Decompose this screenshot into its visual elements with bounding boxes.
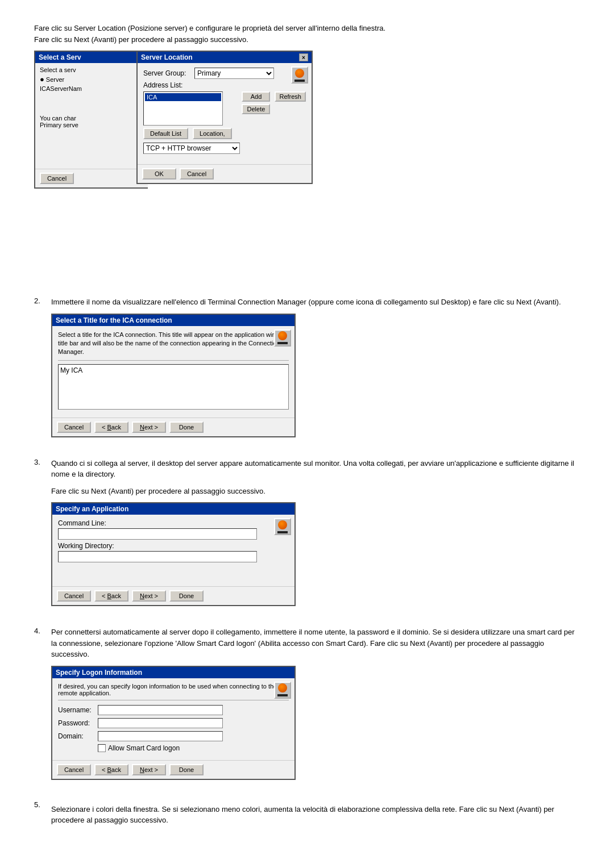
intro-paragraph: Fare clic su Server Location (Posizione … [34, 23, 580, 45]
address-listbox[interactable]: ICA [143, 91, 223, 126]
logon-back-btn[interactable]: < Back [94, 764, 128, 775]
logon-done-btn[interactable]: Done [169, 764, 204, 775]
delete-btn[interactable]: Delete [242, 104, 270, 114]
intro-line2: Fare clic su Next (Avanti) per procedere… [34, 35, 248, 44]
smartcard-row: Allow Smart Card logon [98, 744, 289, 752]
icon-bar-4 [277, 694, 288, 696]
server-group-row: Server Group: Primary [143, 68, 306, 79]
section-2-text: Immettere il nome da visualizzare nell'e… [51, 297, 580, 308]
protocol-select[interactable]: TCP + HTTP browser [143, 143, 240, 154]
app-back-btn[interactable]: < Back [94, 590, 128, 602]
app-back-label: < Back [102, 592, 121, 599]
working-dir-section: Working Directory: [58, 542, 289, 562]
app-done-btn[interactable]: Done [169, 590, 204, 602]
server-location-btn-row: OK Cancel [138, 164, 312, 183]
logon-description: If desired, you can specify logon inform… [58, 683, 289, 700]
specify-logon-titlebar: Specify Logon Information [52, 667, 294, 678]
section-5-text: Selezionare i colori della finestra. Se … [51, 804, 580, 826]
app-next-label: Next > [140, 592, 158, 599]
icon-bar-3 [277, 531, 288, 533]
ica-next-btn[interactable]: Next > [132, 422, 166, 433]
default-list-btn[interactable]: Default List [143, 128, 188, 139]
server-location-close-btn[interactable]: × [299, 53, 308, 61]
password-row: Password: [58, 718, 289, 728]
section-3-text1: Quando ci si collega al server, il deskt… [51, 458, 580, 480]
icon-circle-3 [278, 520, 287, 529]
listbox-item-ica[interactable]: ICA [145, 93, 221, 101]
location-btn[interactable]: Location, [193, 128, 232, 139]
logon-cancel-btn[interactable]: Cancel [57, 764, 91, 775]
icon-stack [294, 69, 305, 82]
server-item-3[interactable]: ICAServerNam [40, 85, 143, 92]
server-location-ok-btn[interactable]: OK [142, 168, 176, 180]
smartcard-checkbox[interactable] [98, 744, 106, 752]
password-input[interactable] [98, 718, 223, 728]
icon-stack-2 [277, 331, 288, 344]
app-cancel-btn[interactable]: Cancel [57, 590, 91, 602]
next-underline: Next > [140, 424, 158, 431]
section-5-content: Selezionare i colori della finestra. Se … [51, 800, 580, 826]
address-btn-group: Add Delete [242, 91, 270, 126]
section-2: 2. Immettere il nome da visualizzare nel… [34, 297, 580, 449]
username-label: Username: [58, 706, 98, 714]
app-next-btn[interactable]: Next > [132, 590, 166, 602]
ica-title-input[interactable]: My ICA [58, 364, 289, 410]
section-3: 3. Quando ci si collega al server, il de… [34, 458, 580, 618]
server-group-label: Server Group: [143, 69, 194, 77]
smartcard-label: Allow Smart Card logon [108, 744, 180, 752]
command-line-section: Command Line: [58, 519, 289, 540]
icon-bar-2 [277, 342, 288, 344]
server-item-4: You can char Primary serve [40, 115, 143, 128]
add-btn[interactable]: Add [242, 91, 270, 102]
specify-app-btn-row: Cancel < Back Next > Done [52, 586, 294, 605]
specify-app-dialog: Specify an Application Command Line: Wor… [51, 502, 296, 606]
icon-circle [295, 69, 304, 78]
ica-title-dialog: Select a Title for the ICA connection Se… [51, 314, 296, 437]
section-4-text: Per connettersi automaticamente al serve… [51, 627, 580, 660]
specify-logon-dialog: Specify Logon Information If desired, yo… [51, 666, 296, 780]
address-list-row: Address List: [143, 81, 306, 89]
section-2-num: 2. [34, 297, 51, 449]
select-server-cancel-btn[interactable]: Cancel [40, 173, 74, 184]
section-3-num: 3. [34, 458, 51, 618]
specify-app-titlebar: Specify an Application [52, 503, 294, 515]
server-location-icon-btn[interactable] [291, 66, 308, 84]
ica-back-btn[interactable]: < Back [94, 422, 128, 433]
logon-next-btn[interactable]: Next > [132, 764, 166, 775]
address-list-label: Address List: [143, 81, 194, 89]
intro-line1: Fare clic su Server Location (Posizione … [34, 24, 385, 32]
domain-label: Domain: [58, 732, 98, 740]
specify-app-icon-btn[interactable] [274, 518, 291, 535]
logon-back-label: < Back [102, 766, 121, 773]
server-location-titlebar: Server Location × [138, 52, 312, 63]
refresh-btn[interactable]: Refresh [275, 91, 306, 102]
ica-cancel-btn[interactable]: Cancel [57, 422, 91, 433]
section-2-content: Immettere il nome da visualizzare nell'e… [51, 297, 580, 449]
command-line-input[interactable] [58, 528, 257, 540]
domain-input[interactable] [98, 731, 223, 741]
working-dir-label: Working Directory: [58, 542, 289, 550]
ica-title-btn-row: Cancel < Back Next > Done [52, 418, 294, 436]
ica-done-btn[interactable]: Done [169, 422, 204, 433]
server-item-1[interactable]: Select a serv [40, 66, 143, 73]
specify-logon-icon-btn[interactable] [274, 682, 291, 699]
ica-title-icon-btn[interactable] [274, 329, 291, 347]
section-5-num: 5. [34, 800, 51, 826]
server-radio-row: ● Server [40, 75, 143, 84]
working-dir-input[interactable] [58, 551, 257, 562]
icon-circle-2 [278, 331, 287, 340]
section-3-content: Quando ci si collega al server, il deskt… [51, 458, 580, 618]
icon-stack-4 [277, 683, 288, 696]
select-server-btn-row: Cancel [35, 169, 148, 187]
command-line-label: Command Line: [58, 519, 289, 527]
username-input[interactable] [98, 705, 223, 715]
server-radio-label[interactable]: Server [46, 76, 64, 83]
section-5: 5. Selezionare i colori della finestra. … [34, 800, 580, 826]
select-server-titlebar: Select a Serv [35, 52, 148, 63]
icon-bar [294, 80, 305, 82]
protocol-row: TCP + HTTP browser [143, 143, 306, 154]
server-group-select[interactable]: Primary [194, 68, 274, 79]
back-underline: < Back [102, 424, 121, 431]
ica-description: Select a title for the ICA connection. T… [58, 331, 289, 361]
server-location-cancel-btn[interactable]: Cancel [180, 168, 214, 180]
